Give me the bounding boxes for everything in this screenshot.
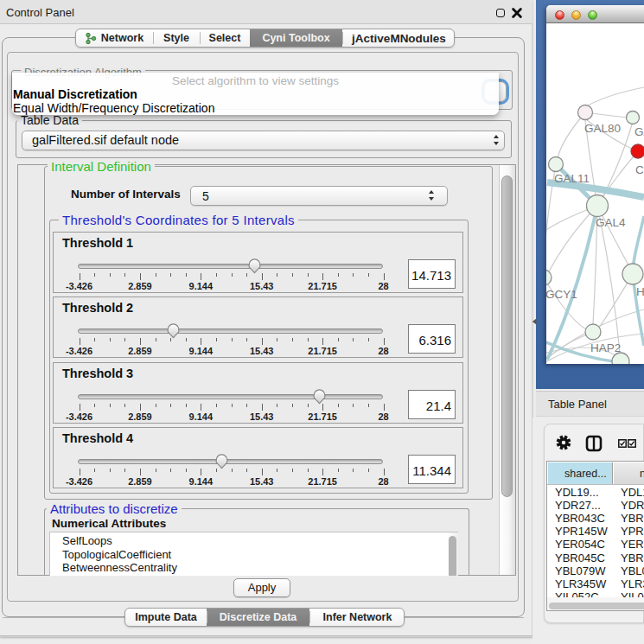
svg-text:C: C [635, 163, 644, 176]
svg-text:GAL80: GAL80 [584, 122, 621, 135]
svg-text:GAL4: GAL4 [596, 216, 626, 229]
svg-text:GA: GA [634, 125, 644, 138]
svg-text:GCY1: GCY1 [546, 288, 577, 301]
svg-text:HAP2: HAP2 [590, 341, 621, 354]
svg-text:GAL11: GAL11 [554, 172, 590, 185]
svg-text:H: H [636, 285, 644, 298]
